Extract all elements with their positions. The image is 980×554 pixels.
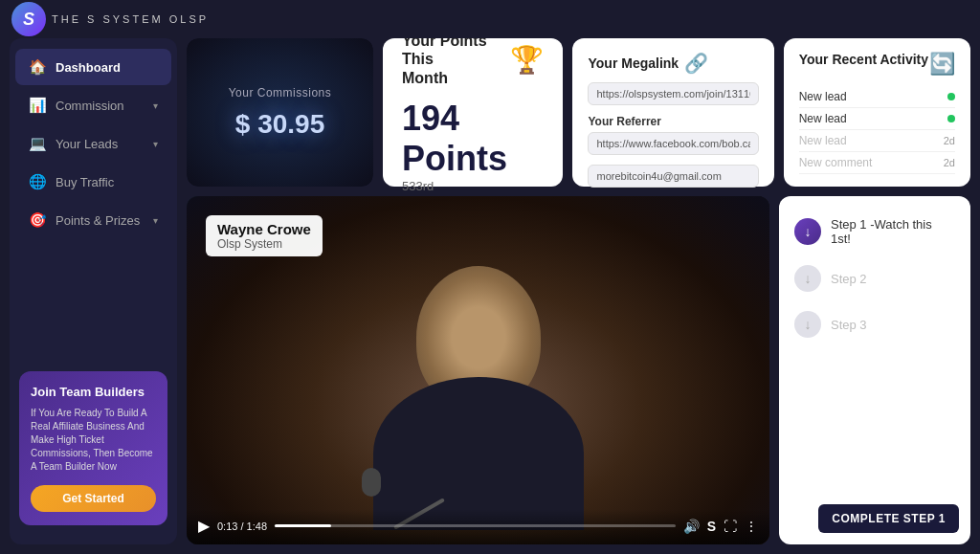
step-1-label: Step 1 -Watch this 1st! [831,217,955,246]
activity-time-4: 2d [944,157,955,168]
step-3-icon: ↓ [794,311,821,338]
commission-content: Your Commissions $ 30.95 [229,86,332,140]
activity-dot-1 [947,93,955,100]
activity-header: Your Recent Activity 🔄 [799,52,955,77]
home-icon: 🏠 [29,58,46,76]
video-person-name: Wayne Crowe [217,221,311,237]
video-overlay: Wayne Crowe Olsp System [206,215,323,256]
points-title: Your Points This Month [402,38,502,87]
activity-lead-2: New lead [799,112,847,125]
chevron-down-icon: ▾ [153,100,158,111]
sidebar-item-leads[interactable]: 💻 Your Leads ▾ [15,125,171,162]
step-2-label: Step 2 [831,272,867,286]
play-button[interactable]: ▶ [198,517,210,535]
trophy-icon: 🏆 [510,44,544,76]
olsp-logo-video: S [707,519,716,534]
points-card: Your Points This Month 🏆 194 Points 533r… [383,38,563,187]
time-display: 0:13 / 1:48 [217,521,267,532]
sidebar-label-leads: Your Leads [56,137,118,151]
step-1-icon: ↓ [794,218,821,245]
sidebar-label-dashboard: Dashboard [56,60,121,75]
get-started-button[interactable]: Get Started [31,485,156,512]
points-header: Your Points This Month 🏆 [402,38,544,87]
step-item-1: ↓ Step 1 -Watch this 1st! [794,211,955,252]
bottom-section: Wayne Crowe Olsp System ▶ 0:13 / 1:48 🔊 … [187,196,970,544]
logo-text: THE S SYSTEM OLSP [52,13,209,25]
commission-title: Your Commissions [229,86,332,100]
activity-item-3: New lead 2d [799,130,955,152]
sidebar-item-commission[interactable]: 📊 Commission ▾ [15,87,171,123]
activity-lead-3: New lead [799,134,847,147]
top-bar: S THE S SYSTEM OLSP [0,0,980,38]
step-item-3: ↓ Step 3 [794,305,955,343]
points-title-text: Your Points This Month [402,38,502,87]
megalink-url-input[interactable] [588,82,758,105]
activity-comment-1: New comment [799,156,873,169]
megalink-icon: 🔗 [684,52,708,75]
progress-bar[interactable] [275,524,676,527]
activity-dot-2 [947,115,955,122]
sidebar-item-dashboard[interactable]: 🏠 Dashboard [15,49,171,85]
megalink-card: Your Megalink 🔗 Your Referrer [572,38,773,187]
complete-step-button[interactable]: COMPLETE STEP 1 [818,504,959,533]
mic-head [362,468,381,497]
content-area: Your Commissions $ 30.95 Your Points Thi… [187,38,970,544]
sidebar-label-points: Points & Prizes [56,213,140,228]
commission-card: Your Commissions $ 30.95 [187,38,373,187]
referrer-url-input[interactable] [588,132,758,155]
step-2-icon: ↓ [794,265,821,292]
cycle-icon: 🔄 [929,52,955,77]
points-icon: 🎯 [29,211,46,229]
leads-icon: 💻 [29,135,46,152]
step-3-label: Step 3 [831,318,867,332]
logo-icon: S [11,2,46,36]
fullscreen-button[interactable]: ⛶ [724,519,737,534]
activity-title: Your Recent Activity [799,52,928,68]
step-item-2: ↓ Step 2 [794,259,955,298]
activity-item-4: New comment 2d [799,152,955,174]
activity-item: New lead [799,86,955,108]
logo-area: S THE S SYSTEM OLSP [11,2,209,36]
join-team-card: Join Team Builders If You Are Ready To B… [19,371,167,525]
steps-panel: ↓ Step 1 -Watch this 1st! ↓ Step 2 ↓ Ste… [779,196,970,544]
activity-card: Your Recent Activity 🔄 New lead New lead… [784,38,970,187]
traffic-icon: 🌐 [29,173,46,190]
sidebar-item-buy-traffic[interactable]: 🌐 Buy Traffic [15,164,171,200]
points-value: 194 Points [402,99,544,179]
commission-icon: 📊 [29,97,46,114]
join-team-text: If You Are Ready To Build A Real Affilia… [31,407,156,474]
sidebar: 🏠 Dashboard 📊 Commission ▾ 💻 Your Leads … [10,38,177,544]
points-rank: 533rd [402,179,544,193]
referrer-email-input[interactable] [588,165,758,188]
sidebar-label-commission: Commission [56,99,124,113]
main-layout: 🏠 Dashboard 📊 Commission ▾ 💻 Your Leads … [0,38,980,554]
stats-row: Your Commissions $ 30.95 Your Points Thi… [187,38,970,187]
sidebar-item-points[interactable]: 🎯 Points & Prizes ▾ [15,202,171,238]
chevron-down-icon-leads: ▾ [153,139,158,149]
progress-bar-fill [275,524,331,527]
video-controls: ▶ 0:13 / 1:48 🔊 S ⛶ ⋮ [187,509,769,544]
video-container: Wayne Crowe Olsp System ▶ 0:13 / 1:48 🔊 … [187,196,769,544]
chevron-down-icon-points: ▾ [153,215,158,226]
megalink-title: Your Megalink 🔗 [588,52,758,75]
join-team-title: Join Team Builders [31,385,156,399]
activity-item-2: New lead [799,108,955,130]
more-options-button[interactable]: ⋮ [745,519,758,534]
video-person-subtitle: Olsp System [217,237,311,251]
activity-time-3: 2d [944,135,955,146]
sidebar-label-buy-traffic: Buy Traffic [56,175,114,189]
activity-lead-1: New lead [799,90,847,103]
commission-amount: $ 30.95 [229,109,332,140]
referrer-label: Your Referrer [588,115,758,128]
volume-button[interactable]: 🔊 [683,519,700,534]
person-body [373,377,584,530]
